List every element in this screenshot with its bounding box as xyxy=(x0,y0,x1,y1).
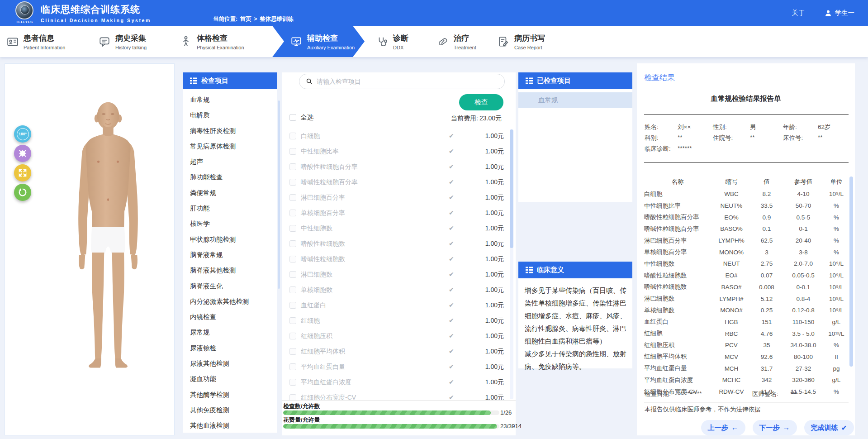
subitem-checkbox[interactable] xyxy=(289,256,296,262)
subitem-checkbox[interactable] xyxy=(289,210,296,216)
doctor-sign-value: *** xyxy=(790,390,797,397)
results-title: 检查结果 xyxy=(644,72,675,83)
about-link[interactable]: 关于 xyxy=(792,9,805,17)
result-ref: 3-8 xyxy=(782,249,825,256)
select-all-checkbox[interactable] xyxy=(289,114,296,121)
subitem-checkbox[interactable] xyxy=(289,394,296,400)
subitem-checkbox[interactable] xyxy=(289,286,296,293)
tab-sublabel: Treatment xyxy=(454,45,476,50)
subitem-checkbox[interactable] xyxy=(289,133,296,139)
tab-physical-examination[interactable]: 体格检查 Physical Examination xyxy=(180,26,244,57)
done-check-icon: ✔ xyxy=(449,332,454,339)
patient-sex-value: 男 xyxy=(750,123,756,131)
result-name: 淋巴细胞百分率 xyxy=(644,237,711,245)
result-value: 0.25 xyxy=(752,307,782,314)
exam-catalog-item[interactable]: 肺功能检查 xyxy=(183,169,277,185)
subitem-scrollbar-thumb[interactable] xyxy=(510,129,513,248)
tab-treatment[interactable]: 治疗 Treatment xyxy=(437,26,476,57)
clinical-significance-panel: 临床意义 增多见于某些传染病（百日咳、传染性单核细胞增多症、传染性淋巴细胞增多症… xyxy=(518,262,632,368)
user-icon xyxy=(824,9,832,17)
result-table-row: 红细胞 RBC 4.76 3.5 - 5.0 10¹²/L xyxy=(644,328,848,339)
exam-catalog-item[interactable]: 尿液其他检测 xyxy=(183,356,277,371)
grid-list-icon xyxy=(526,77,533,84)
exam-catalog-item[interactable]: 尿液镜检 xyxy=(183,340,277,356)
finish-training-button[interactable]: 完成训练 ✔ xyxy=(804,420,854,435)
exam-catalog-item[interactable]: 血常规 xyxy=(183,92,277,107)
search-input[interactable] xyxy=(317,78,489,85)
subitem-checkbox[interactable] xyxy=(289,317,296,324)
exam-catalog-item[interactable]: 其他血液检测 xyxy=(183,418,277,433)
step-buttons: 上一步 ← 下一步 → 完成训练 ✔ xyxy=(701,420,854,435)
result-value: 62.5 xyxy=(752,237,782,244)
prev-step-button[interactable]: 上一步 ← xyxy=(701,420,745,435)
tab-sublabel: Physical Examination xyxy=(197,45,244,50)
exam-subitem-row: 淋巴细胞数 ✔ 1.00元 xyxy=(282,267,508,282)
run-check-button[interactable]: 检查 xyxy=(459,94,503,110)
divider xyxy=(644,402,849,402)
exam-subitem-row: 中性细胞数 ✔ 1.00元 xyxy=(282,221,508,236)
exam-catalog-header: 检查项目 xyxy=(183,72,277,89)
tab-auxiliary-examination[interactable]: 辅助检查 Auxiliary Examination xyxy=(272,26,365,57)
tab-history-talking[interactable]: 病史采集 History talking xyxy=(99,26,147,57)
subitem-checkbox[interactable] xyxy=(289,379,296,386)
exam-catalog-item[interactable]: 脑脊液生化 xyxy=(183,278,277,294)
exam-catalog-item[interactable]: 核医学 xyxy=(183,216,277,231)
subitem-checkbox[interactable] xyxy=(289,194,296,201)
exam-catalog-item[interactable]: 其他免疫检测 xyxy=(183,402,277,418)
search-box xyxy=(299,74,505,89)
exam-catalog-item[interactable]: 粪便常规 xyxy=(183,185,277,200)
subitem-checkbox[interactable] xyxy=(289,363,296,370)
select-all-label: 全选 xyxy=(300,113,313,122)
exam-catalog-item[interactable]: 凝血功能 xyxy=(183,371,277,387)
tab-patient-information[interactable]: 患者信息 Patient Information xyxy=(7,26,65,57)
exam-catalog-item[interactable]: 常见病原体检测 xyxy=(183,138,277,154)
shrink-model-button[interactable] xyxy=(14,145,31,162)
subitem-checkbox[interactable] xyxy=(289,225,296,232)
checked-item[interactable]: 血常规 xyxy=(518,92,632,108)
exam-catalog-item[interactable]: 脑脊液常规 xyxy=(183,247,277,262)
subitem-checkbox[interactable] xyxy=(289,302,296,309)
catalog-scrollbar[interactable] xyxy=(278,100,280,289)
subitem-label: 白细胞 xyxy=(301,132,320,140)
subitem-label: 中性细胞数 xyxy=(301,224,332,233)
rotate-180-icon: 180° xyxy=(17,128,29,140)
tab-label: 辅助检查 xyxy=(307,33,355,43)
exam-catalog-item[interactable]: 超声 xyxy=(183,154,277,169)
exam-catalog-item[interactable]: 电解质 xyxy=(183,107,277,123)
result-abbr: BASO% xyxy=(711,225,752,232)
exam-catalog-item[interactable]: 肝功能 xyxy=(183,200,277,216)
workflow-nav: 患者信息 Patient Information 病史采集 History ta… xyxy=(0,26,868,57)
patient-age-label: 年龄: xyxy=(783,123,797,131)
exam-catalog-item[interactable]: 内分泌激素其他检测 xyxy=(183,294,277,309)
subitem-checkbox[interactable] xyxy=(289,333,296,339)
tab-case-report[interactable]: 病历书写 Case Report xyxy=(498,26,545,57)
patient-3d-model[interactable] xyxy=(57,95,159,378)
exam-catalog-item[interactable]: 内镜检查 xyxy=(183,309,277,324)
subitem-checkbox[interactable] xyxy=(289,348,296,355)
result-ref: 3.5 - 5.0 xyxy=(782,330,825,337)
result-abbr: HGB xyxy=(711,319,752,325)
exam-catalog-item[interactable]: 脑脊液其他检测 xyxy=(183,262,277,278)
result-name: 红细胞 xyxy=(644,329,711,338)
breadcrumb-home-link[interactable]: 首页 xyxy=(240,16,251,22)
user-menu[interactable]: 学生一 xyxy=(824,9,855,17)
tab-sublabel: DDX xyxy=(393,45,408,50)
subitem-checkbox[interactable] xyxy=(289,240,296,247)
reset-model-button[interactable] xyxy=(14,184,31,201)
exam-catalog-item[interactable]: 其他酶学检测 xyxy=(183,387,277,402)
subitem-checkbox[interactable] xyxy=(289,179,296,186)
results-scrollbar[interactable] xyxy=(849,177,853,367)
tab-sublabel: Patient Information xyxy=(24,45,65,50)
exam-catalog-item[interactable]: 病毒性肝炎检测 xyxy=(183,123,277,138)
exam-catalog-item[interactable]: 尿常规 xyxy=(183,324,277,340)
tab-diagnosis[interactable]: 诊断 DDX xyxy=(376,26,408,57)
subitem-checkbox[interactable] xyxy=(289,148,296,155)
subitem-checkbox[interactable] xyxy=(289,163,296,170)
subitem-checkbox[interactable] xyxy=(289,271,296,278)
expand-model-button[interactable] xyxy=(14,164,31,181)
patient-diagnosis-value: ****** xyxy=(678,145,692,152)
subitem-price: 1.00元 xyxy=(485,286,504,294)
next-step-button[interactable]: 下一步 → xyxy=(753,420,797,435)
rotate-180-button[interactable]: 180° xyxy=(14,125,31,143)
exam-catalog-item[interactable]: 甲状腺功能检测 xyxy=(183,232,277,247)
